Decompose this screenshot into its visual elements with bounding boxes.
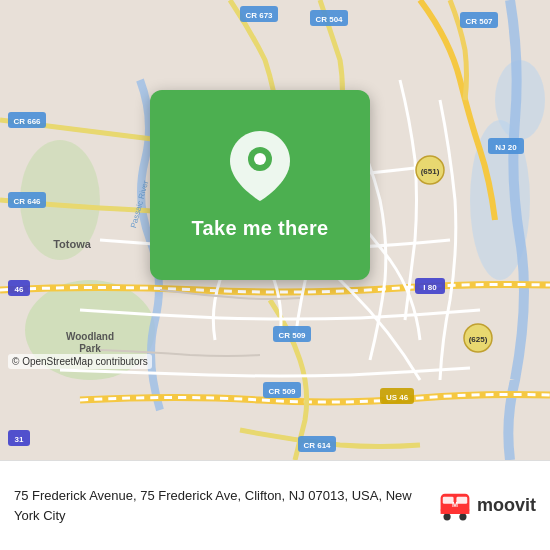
svg-text:NJ 20: NJ 20 [495, 143, 517, 152]
svg-text:I 80: I 80 [423, 283, 437, 292]
svg-text:(625): (625) [469, 335, 488, 344]
bottom-bar: 75 Frederick Avenue, 75 Frederick Ave, C… [0, 460, 550, 550]
moovit-brand-name: moovit [477, 495, 536, 516]
svg-point-45 [443, 513, 450, 520]
action-card[interactable]: Take me there [150, 90, 370, 280]
moovit-logo-icon: M [437, 488, 473, 524]
svg-text:(651): (651) [421, 167, 440, 176]
address-text: 75 Frederick Avenue, 75 Frederick Ave, C… [14, 488, 412, 522]
svg-text:CR 666: CR 666 [13, 117, 41, 126]
svg-text:US 46: US 46 [386, 393, 409, 402]
take-me-there-button[interactable]: Take me there [192, 217, 329, 240]
moovit-logo: M moovit [437, 488, 536, 524]
map-container: CR 673 CR 504 CR 507 CR 666 CR 646 NJ 20… [0, 0, 550, 460]
location-pin-icon [230, 131, 290, 201]
svg-text:Woodland: Woodland [66, 331, 114, 342]
svg-text:CR 614: CR 614 [303, 441, 331, 450]
svg-rect-44 [456, 496, 467, 503]
svg-text:CR 509: CR 509 [268, 387, 296, 396]
svg-text:31: 31 [15, 435, 24, 444]
svg-text:CR 509: CR 509 [278, 331, 306, 340]
svg-point-41 [254, 153, 266, 165]
svg-text:CR 646: CR 646 [13, 197, 41, 206]
osm-credit: © OpenStreetMap contributors [8, 354, 152, 369]
svg-text:CR 507: CR 507 [465, 17, 493, 26]
svg-point-46 [459, 513, 466, 520]
address-block: 75 Frederick Avenue, 75 Frederick Ave, C… [14, 486, 437, 524]
svg-text:Totowa: Totowa [53, 238, 92, 250]
svg-text:CR 673: CR 673 [245, 11, 273, 20]
svg-text:Park: Park [79, 343, 101, 354]
svg-text:46: 46 [15, 285, 24, 294]
svg-text:CR 504: CR 504 [315, 15, 343, 24]
svg-text:M: M [452, 499, 458, 508]
svg-rect-47 [441, 509, 470, 513]
